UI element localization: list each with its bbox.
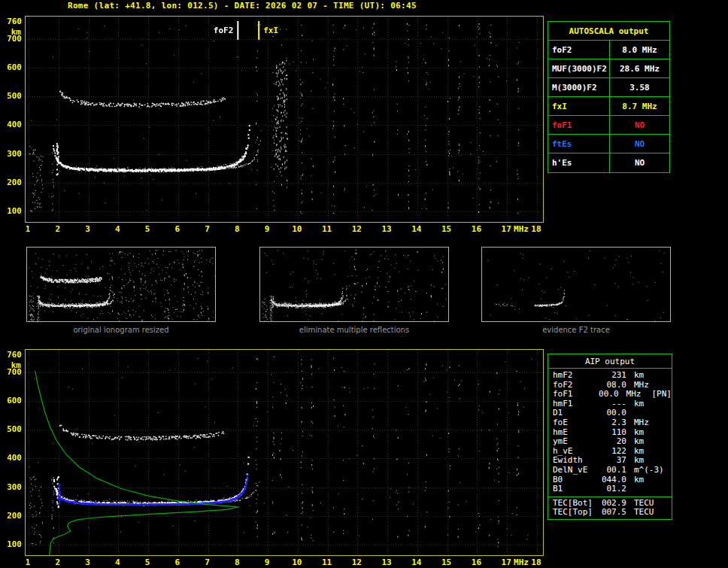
- x-axis-unit: MHz: [509, 557, 533, 567]
- x-tick-label: 13: [378, 224, 396, 234]
- aip-param-unit: MHz: [619, 390, 652, 399]
- autoscala-row: foF1NO: [548, 116, 669, 135]
- aip-param-unit: km: [626, 428, 663, 438]
- x-tick-label: 10: [288, 224, 306, 234]
- x-tick-label: 9: [258, 224, 276, 234]
- autoscala-app-window: Rome (lat: +41.8, lon: 012.5) - DATE: 20…: [0, 0, 728, 568]
- panel-original-ionogram: [26, 247, 216, 322]
- x-tick-label: 5: [138, 224, 156, 234]
- y-tick-label: 600: [2, 62, 22, 72]
- x-tick-label: 16: [467, 557, 485, 567]
- x-tick-label: 14: [408, 557, 426, 567]
- aip-param-name: foE: [553, 418, 596, 428]
- aip-param-value: 2.3: [596, 418, 626, 428]
- x-tick-label: 13: [378, 557, 396, 567]
- y-tick-label: 400: [2, 453, 22, 463]
- aip-param-unit: km: [626, 475, 663, 485]
- y-tick-label: 100: [2, 206, 22, 216]
- autoscala-row-label: M(3000)F2: [548, 78, 610, 96]
- y-tick-label: 100: [2, 539, 22, 549]
- y-axis-unit: km: [3, 360, 21, 370]
- autoscala-row-value: 28.6 MHz: [610, 59, 669, 77]
- aip-table-title: AIP output: [548, 354, 672, 369]
- autoscala-table-title: AUTOSCALA output: [548, 22, 669, 41]
- aip-row: B101.2: [548, 484, 672, 494]
- autoscala-row-value: 8.0 MHz: [610, 41, 669, 59]
- aip-param-unit: km: [626, 437, 663, 447]
- bottom-ionogram-plot: [25, 349, 544, 556]
- x-axis-unit: MHz: [509, 224, 533, 234]
- x-tick-label: 12: [347, 557, 366, 567]
- autoscala-row-label: foF2: [548, 41, 610, 59]
- aip-param-name: hmF2: [553, 371, 596, 381]
- x-tick-label: 7: [199, 224, 217, 234]
- bottom-ionogram-canvas: [26, 350, 543, 555]
- autoscala-row-value: 3.58: [610, 78, 669, 96]
- panel-original-ionogram-canvas: [27, 248, 215, 321]
- x-tick-label: 10: [288, 557, 306, 567]
- x-tick-label: 6: [168, 557, 187, 567]
- panel-caption-evidence: evidence F2 trace: [481, 326, 671, 334]
- x-tick-label: 2: [49, 557, 67, 567]
- x-tick-label: 14: [408, 224, 426, 234]
- autoscala-row-label: ftEs: [548, 135, 610, 153]
- autoscala-row-label: foF1: [548, 116, 610, 134]
- x-tick-label: 15: [438, 224, 456, 234]
- autoscala-row: M(3000)F23.58: [548, 78, 669, 97]
- x-tick-label: 4: [108, 557, 126, 567]
- x-tick-label: 16: [467, 224, 485, 234]
- x-tick-label: 1: [19, 224, 37, 234]
- aip-param-value: 007.5: [596, 508, 626, 518]
- aip-row: DelN_vE00.1m^(-3): [548, 466, 672, 475]
- aip-param-value: 01.2: [596, 484, 626, 494]
- panel-eliminate-reflections-canvas: [260, 248, 448, 321]
- autoscala-row: foF28.0 MHz: [548, 41, 669, 59]
- y-tick-label: 600: [2, 396, 22, 405]
- autoscala-row-label: MUF(3000)F2: [548, 59, 610, 77]
- aip-param-unit: MHz: [626, 418, 663, 428]
- top-ionogram-canvas: [26, 17, 543, 222]
- autoscala-row-label: h'Es: [548, 153, 610, 172]
- y-tick-label: 400: [2, 120, 22, 129]
- x-tick-label: 5: [138, 557, 156, 567]
- aip-param-name: B1: [553, 484, 596, 494]
- aip-output-table: AIP output hmF2231kmfoF208.0MHzfoF100.0M…: [548, 354, 672, 520]
- aip-row: TEC[Top]007.5TECU: [548, 508, 672, 518]
- aip-param-name: ymE: [553, 437, 596, 447]
- x-tick-label: 9: [258, 557, 276, 567]
- x-tick-label: 3: [79, 557, 97, 567]
- aip-param-value: 00.1: [596, 466, 626, 475]
- autoscala-row-value: NO: [610, 153, 669, 172]
- panel-eliminate-reflections: [259, 247, 449, 322]
- aip-param-unit: km: [626, 399, 663, 409]
- aip-row: foF100.0MHz[PN]: [548, 390, 672, 399]
- y-tick-label: 760: [2, 17, 22, 26]
- x-tick-label: 2: [49, 224, 67, 234]
- autoscala-row: MUF(3000)F228.6 MHz: [548, 59, 669, 78]
- aip-tec-rows: TEC[Bot]002.9TECUTEC[Top]007.5TECU: [548, 497, 672, 519]
- autoscala-table-rows: foF28.0 MHzMUF(3000)F228.6 MHzM(3000)F23…: [548, 41, 669, 172]
- x-tick-label: 11: [318, 557, 336, 567]
- panel-evidence-f2-trace: [481, 247, 671, 322]
- autoscala-row-value: NO: [610, 116, 669, 134]
- y-tick-label: 200: [2, 178, 22, 187]
- y-tick-label: 760: [2, 350, 22, 360]
- panel-caption-original: original ionogram resized: [26, 326, 216, 334]
- x-tick-label: 6: [168, 224, 187, 234]
- y-tick-label: 500: [2, 424, 22, 434]
- aip-param-value: 231: [596, 371, 626, 381]
- x-tick-label: 8: [228, 224, 246, 234]
- autoscala-row: fxI8.7 MHz: [548, 97, 669, 116]
- x-tick-label: 1: [19, 557, 37, 567]
- panel-caption-eliminate: eliminate multiple reflections: [259, 326, 449, 334]
- x-tick-label: 7: [199, 557, 217, 567]
- aip-row: hmF2231km: [548, 371, 672, 381]
- aip-param-unit: km: [626, 447, 663, 457]
- aip-param-name: DelN_vE: [553, 466, 596, 475]
- x-tick-label: 15: [438, 557, 456, 567]
- x-tick-label: 11: [318, 224, 336, 234]
- autoscala-row-value: NO: [610, 135, 669, 153]
- aip-param-unit: km: [626, 371, 663, 381]
- x-tick-label: 3: [79, 224, 97, 234]
- aip-table-rows: hmF2231kmfoF208.0MHzfoF100.0MHz[PN]hmF1-…: [548, 371, 672, 494]
